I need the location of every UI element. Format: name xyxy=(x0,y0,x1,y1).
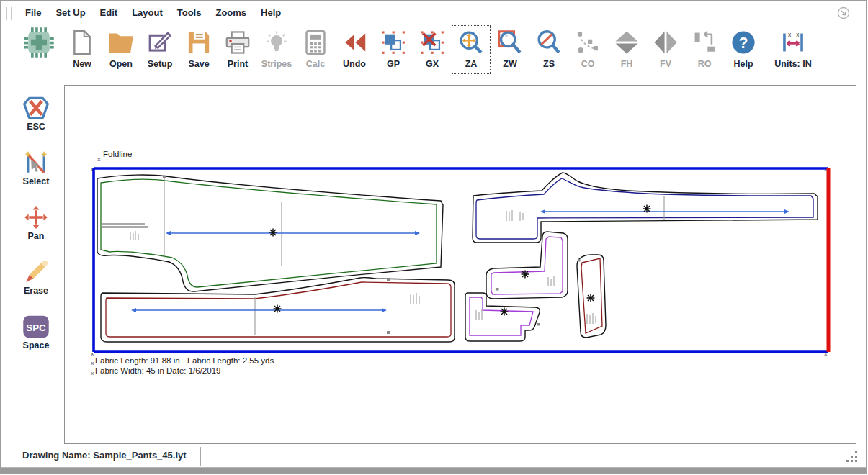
layout-date: Date: 1/6/2019 xyxy=(166,366,220,375)
toolbar-button-label: Stripes xyxy=(257,59,296,69)
sidebar-select-tool[interactable]: Select xyxy=(11,149,61,189)
layout-canvas[interactable]: Foldline xxx xx xx xyxy=(64,85,856,444)
toolbar-units-button[interactable]: x x Units: IN xyxy=(763,25,823,74)
svg-text:x: x xyxy=(91,370,94,376)
toolbar-button-label: ZW xyxy=(491,59,529,69)
tool-sidebar: ESC Select Pan xyxy=(11,94,61,368)
toolbar-button-label: ZS xyxy=(529,59,568,69)
menu-help[interactable]: Help xyxy=(254,5,288,20)
toolbar-ro-button[interactable]: RO xyxy=(685,25,724,74)
group-delete-icon xyxy=(420,30,444,55)
sidebar-esc-tool[interactable]: ESC xyxy=(11,94,61,135)
toolbar-button-label: Setup xyxy=(140,59,179,69)
toolbar-button-label: GP xyxy=(374,59,413,69)
copy-curve-icon xyxy=(576,30,600,55)
toolbar-new-button[interactable]: New xyxy=(63,25,102,74)
pan-icon xyxy=(23,204,49,230)
corner-x-markers: xxx xx xx xyxy=(91,156,828,376)
pattern-piece-waistband[interactable] xyxy=(473,173,818,243)
svg-text:x: x xyxy=(796,30,800,37)
toolbar-stripes-button[interactable]: Stripes xyxy=(257,25,296,74)
grain-asterisk xyxy=(274,305,282,313)
window-bottom-edge xyxy=(1,467,866,473)
svg-text:x: x xyxy=(97,156,101,163)
piece-annotation-marks xyxy=(476,309,482,320)
sidebar-pan-tool[interactable]: Pan xyxy=(11,204,61,244)
pattern-piece-facing-1[interactable] xyxy=(486,232,568,299)
menu-layout[interactable]: Layout xyxy=(125,5,170,20)
foldline-label: Foldline xyxy=(103,150,132,158)
menu-tools[interactable]: Tools xyxy=(170,5,209,20)
flip-vertical-icon xyxy=(653,30,678,55)
window-grip-icon xyxy=(6,7,12,20)
seam-dot xyxy=(387,278,390,281)
pattern-piece-pants-front[interactable] xyxy=(97,175,443,291)
toolbar-calc-button[interactable]: Calc xyxy=(296,25,335,74)
sidebar-erase-tool[interactable]: Erase xyxy=(11,258,61,299)
drawing-name-label: Drawing Name: Sample_Pants_45.lyt xyxy=(22,450,187,461)
group-pieces-icon xyxy=(381,30,406,55)
sidebar-tool-label: ESC xyxy=(11,122,61,132)
fabric-length-in: Fabric Length: 91.88 in xyxy=(95,356,180,365)
menubar: File Set Up Edit Layout Tools Zooms Help xyxy=(18,5,288,20)
calculator-icon xyxy=(303,30,328,55)
toolbar-fv-button[interactable]: FV xyxy=(646,25,685,74)
toolbar-button-label: CO xyxy=(568,59,607,69)
erase-icon xyxy=(23,259,49,285)
pattern-piece-facing-2[interactable] xyxy=(465,293,540,341)
toolbar-zs-button[interactable]: ZS xyxy=(529,25,568,74)
toolbar-gp-button[interactable]: GP xyxy=(374,25,413,74)
menu-file[interactable]: File xyxy=(18,5,48,20)
toolbar-app-button[interactable] xyxy=(15,25,63,74)
toolbar-za-button[interactable]: ZA xyxy=(452,25,491,74)
save-floppy-icon xyxy=(187,30,211,55)
menu-edit[interactable]: Edit xyxy=(93,5,125,20)
toolbar: New Open Setup Save xyxy=(15,25,823,74)
toolbar-button-label: FH xyxy=(607,59,646,69)
menu-zooms[interactable]: Zooms xyxy=(208,5,254,20)
svg-text:x: x xyxy=(788,30,792,37)
fabric-boundary xyxy=(94,168,828,352)
toolbar-zw-button[interactable]: ZW xyxy=(491,25,529,74)
toolbar-button-label: Calc xyxy=(296,59,335,69)
toolbar-save-button[interactable]: Save xyxy=(179,25,218,74)
app-chip-plus-icon xyxy=(23,27,55,58)
pattern-piece-pants-back[interactable] xyxy=(101,278,455,342)
seam-dot xyxy=(163,176,166,178)
zoom-window-icon xyxy=(497,30,523,55)
collapse-ribbon-button[interactable] xyxy=(837,6,850,19)
sidebar-space-tool[interactable]: SPC Space xyxy=(11,313,61,353)
fabric-length-yds: Fabric Length: 2.55 yds xyxy=(187,356,274,365)
toolbar-gx-button[interactable]: GX xyxy=(413,25,452,74)
toolbar-button-label: New xyxy=(63,59,102,69)
flip-horizontal-icon xyxy=(613,30,640,55)
pattern-piece-strip[interactable] xyxy=(577,255,606,338)
sidebar-tool-label: Erase xyxy=(11,286,61,297)
piece-annotation-marks xyxy=(411,293,419,304)
menu-setup[interactable]: Set Up xyxy=(48,5,92,20)
layout-drawing: Foldline xxx xx xx xyxy=(65,86,856,443)
help-icon: ? xyxy=(731,30,756,55)
toolbar-co-button[interactable]: CO xyxy=(568,25,607,74)
svg-text:SPC: SPC xyxy=(26,322,46,333)
zoom-scale-icon xyxy=(536,30,562,55)
toolbar-button-label: GX xyxy=(413,59,452,69)
undo-arrow-icon xyxy=(341,30,367,55)
toolbar-fh-button[interactable]: FH xyxy=(607,25,646,74)
resize-grip-icon[interactable] xyxy=(844,451,857,463)
rotate-icon xyxy=(692,30,717,55)
toolbar-setup-button[interactable]: Setup xyxy=(140,25,179,74)
piece-annotation-marks xyxy=(548,276,554,286)
toolbar-print-button[interactable]: Print xyxy=(218,25,257,74)
new-document-icon xyxy=(71,30,94,55)
statusbar-separator xyxy=(200,447,201,466)
statusbar: Drawing Name: Sample_Pants_45.lyt xyxy=(1,447,866,469)
toolbar-undo-button[interactable]: Undo xyxy=(335,25,374,74)
piece-annotation-marks xyxy=(101,224,148,240)
toolbar-button-label: ZA xyxy=(452,59,491,69)
printer-icon xyxy=(225,30,251,55)
toolbar-open-button[interactable]: Open xyxy=(102,25,140,74)
lightbulb-icon xyxy=(264,30,289,55)
toolbar-help-button[interactable]: ? Help xyxy=(724,25,763,74)
toolbar-button-label: Print xyxy=(218,59,257,69)
